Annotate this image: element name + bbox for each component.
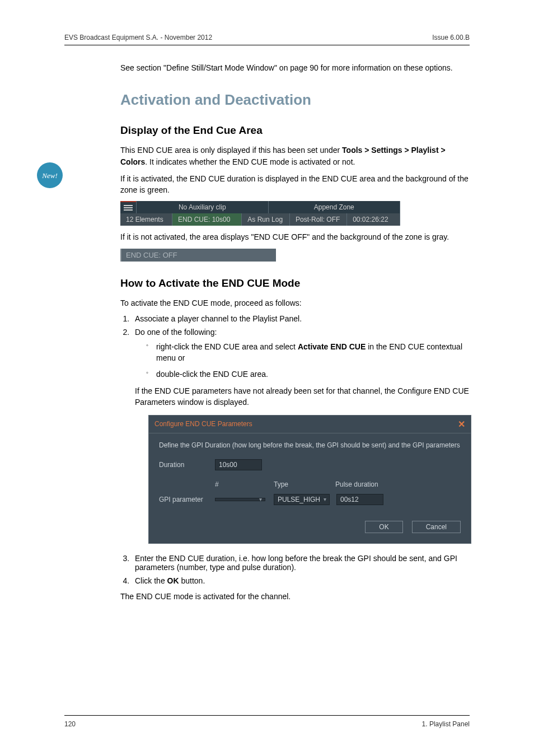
statusbar-asrun: As Run Log (242, 213, 290, 226)
cancel-button[interactable]: Cancel (412, 521, 461, 533)
page-header: EVS Broadcast Equipment S.A. - November … (64, 34, 470, 45)
col-pulse: Pulse duration (335, 480, 378, 488)
gpi-type-select[interactable]: PULSE_HIGH (274, 494, 330, 505)
statusbar-append: Append Zone (269, 201, 401, 213)
svg-text:New!: New! (41, 171, 57, 180)
gpi-number-select[interactable] (215, 498, 265, 501)
ok-button[interactable]: OK (365, 521, 402, 533)
s2-intro: To activate the END CUE mode, proceed as… (120, 297, 470, 309)
statusbar-noaux: No Auxiliary clip (137, 201, 269, 213)
step-2: Do one of the following: right-click the… (132, 328, 470, 543)
duration-input[interactable]: 10s00 (215, 459, 262, 470)
statusbar-timecode: 00:02:26:22 (347, 213, 400, 226)
step-2a: right-click the END CUE area and select … (146, 341, 470, 364)
col-hash: # (215, 480, 274, 488)
dialog-description: Define the GPI Duration (how long before… (159, 441, 461, 449)
footer-page-number: 120 (64, 720, 76, 728)
step-2b: double-click the END CUE area. (146, 368, 470, 380)
heading-display-end-cue: Display of the End Cue Area (120, 124, 470, 137)
step-2-after: If the END CUE parameters have not alrea… (135, 385, 470, 408)
gpi-label: GPI parameter (159, 496, 215, 503)
intro-paragraph: See section "Define Still/Start Mode Win… (120, 62, 470, 73)
statusbar-postroll: Post-Roll: OFF (290, 213, 347, 226)
steps-list: Associate a player channel to the Playli… (120, 314, 470, 585)
pulse-duration-input[interactable]: 00s12 (336, 494, 383, 505)
s1-p2: If it is activated, the END CUE duration… (120, 173, 470, 196)
heading-activation: Activation and Deactivation (120, 91, 470, 109)
heading-how-to-activate: How to Activate the END CUE Mode (120, 277, 470, 290)
step-3: Enter the END CUE duration, i.e. how lon… (132, 554, 470, 572)
footer-section: 1. Playlist Panel (422, 720, 470, 728)
hamburger-icon (124, 204, 133, 212)
statusbar-endcue-off[interactable]: END CUE: OFF (120, 249, 276, 262)
col-type: Type (274, 480, 335, 488)
s1-p1: This END CUE area is only displayed if t… (120, 144, 470, 167)
s2-outro: The END CUE mode is activated for the ch… (120, 591, 470, 602)
s1-p3: If it is not activated, the area display… (120, 231, 470, 242)
dialog-title: Configure END CUE Parameters (154, 420, 252, 428)
new-badge: New! (36, 161, 64, 189)
statusbar-active: No Auxiliary clip Append Zone 12 Element… (120, 201, 400, 226)
close-icon[interactable]: ✕ (458, 419, 465, 430)
step-4: Click the OK button. (132, 576, 470, 585)
header-right: Issue 6.00.B (432, 34, 470, 41)
header-left: EVS Broadcast Equipment S.A. - November … (64, 34, 212, 41)
step-1: Associate a player channel to the Playli… (132, 314, 470, 323)
statusbar-endcue-active[interactable]: END CUE: 10s00 (172, 213, 242, 226)
statusbar-elements: 12 Elements (120, 213, 172, 226)
duration-label: Duration (159, 461, 215, 469)
page-footer: 120 1. Playlist Panel (64, 715, 470, 728)
configure-end-cue-dialog: Configure END CUE Parameters ✕ Define th… (148, 415, 471, 544)
